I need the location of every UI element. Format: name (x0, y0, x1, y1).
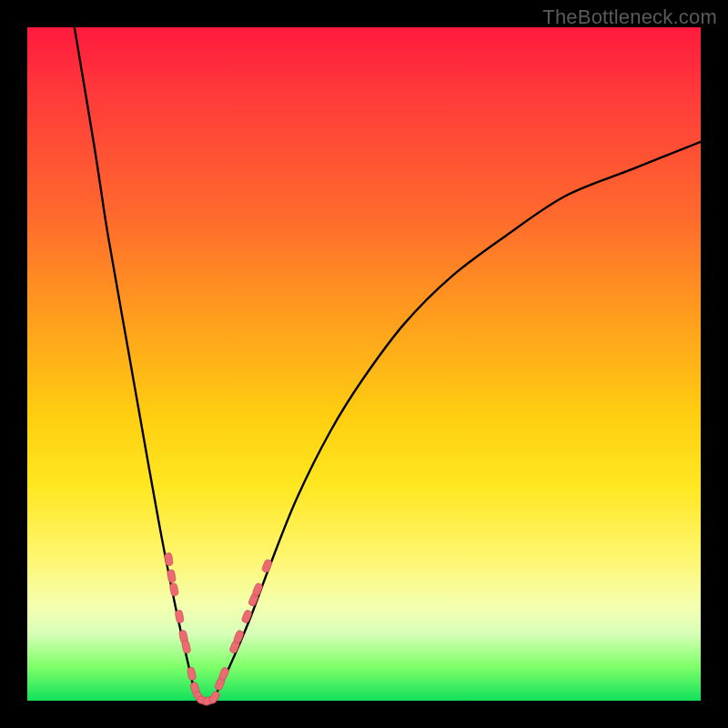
curve-marker (169, 582, 179, 596)
bottleneck-curve (75, 27, 701, 702)
curve-marker (167, 570, 176, 583)
plot-area (27, 27, 701, 701)
curve-marker (181, 640, 191, 653)
curve-marker (187, 667, 197, 681)
curve-marker (241, 610, 253, 624)
chart-frame: TheBottleneck.com (0, 0, 728, 728)
watermark-text: TheBottleneck.com (542, 5, 717, 29)
curve-layer (27, 27, 701, 701)
curve-marker (164, 552, 173, 566)
curve-marker (175, 610, 185, 623)
